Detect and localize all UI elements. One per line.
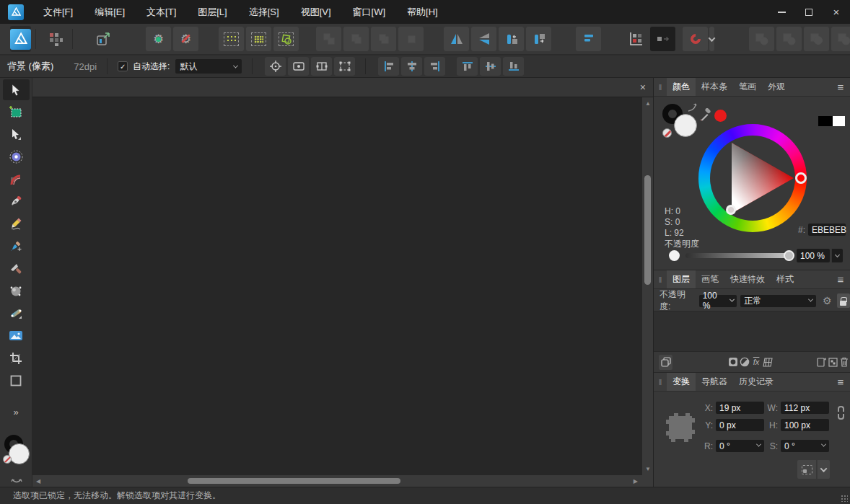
menu-window[interactable]: 窗口[W] xyxy=(342,0,397,24)
white-swatch[interactable] xyxy=(833,116,845,126)
rotate-ccw-button[interactable] xyxy=(499,27,524,51)
more-tools-button[interactable]: » xyxy=(0,407,32,417)
link-dimensions-toggle[interactable] xyxy=(838,406,844,420)
menu-layer[interactable]: 图层[L] xyxy=(187,0,237,24)
live-filter-button[interactable] xyxy=(762,355,774,369)
opacity-value-input[interactable]: 100 % xyxy=(797,249,830,262)
delete-layer-button[interactable] xyxy=(838,355,850,369)
panel-grip-icon[interactable]: ‖ xyxy=(654,373,667,391)
flip-horizontal-button[interactable] xyxy=(444,27,469,51)
panel-menu-button[interactable]: ≡ xyxy=(831,270,850,288)
vertical-scroll-thumb[interactable] xyxy=(644,175,651,285)
align-middle-button[interactable] xyxy=(480,57,501,76)
auto-select-dropdown[interactable]: 默认 xyxy=(175,59,242,74)
tab-appearance[interactable]: 外观 xyxy=(762,78,791,96)
layers-list[interactable] xyxy=(654,311,850,352)
grid-axis-button[interactable] xyxy=(623,27,648,51)
resize-grip[interactable] xyxy=(841,495,848,502)
hue-marker[interactable] xyxy=(795,172,807,184)
panel-grip-icon[interactable]: ‖ xyxy=(654,270,667,288)
panel-fill-stroke-wells[interactable] xyxy=(662,104,700,141)
w-input[interactable]: 112 px xyxy=(781,402,829,414)
no-color-well[interactable] xyxy=(662,128,672,138)
blend-options-gear-icon[interactable]: ⚙ xyxy=(823,296,832,306)
anchor-point-selector[interactable] xyxy=(665,412,696,443)
pencil-tool[interactable] xyxy=(3,213,30,234)
scroll-up-arrow[interactable]: ▲ xyxy=(645,100,651,107)
rotate-cw-button[interactable] xyxy=(526,27,551,51)
pen-tool[interactable] xyxy=(3,191,30,212)
bw-swatch-pair[interactable] xyxy=(818,116,845,126)
menu-select[interactable]: 选择[S] xyxy=(238,0,290,24)
transparency-tool[interactable] xyxy=(3,303,30,324)
point-transform-tool[interactable] xyxy=(3,146,30,167)
no-color-well[interactable] xyxy=(3,455,12,464)
scroll-right-arrow[interactable]: ▶ xyxy=(634,478,638,485)
menu-view[interactable]: 视图[V] xyxy=(290,0,342,24)
color-marker[interactable] xyxy=(726,205,736,215)
panel-menu-button[interactable]: ≡ xyxy=(831,78,850,96)
rotation-dropdown[interactable]: 0 ° xyxy=(716,440,764,452)
opacity-slider-track[interactable] xyxy=(685,253,791,258)
shear-dropdown[interactable]: 0 ° xyxy=(781,440,829,452)
snapping-off-button[interactable]: ⚙ xyxy=(173,27,198,51)
align-center-button[interactable] xyxy=(401,57,422,76)
designer-persona-button[interactable] xyxy=(10,26,31,52)
tab-layers[interactable]: 图层 xyxy=(667,270,696,288)
rectangle-tool[interactable] xyxy=(3,370,30,391)
y-input[interactable]: 0 px xyxy=(716,419,764,431)
snap-candidates-button[interactable] xyxy=(219,27,244,51)
fill-tool[interactable] xyxy=(3,280,30,301)
close-button[interactable]: × xyxy=(823,0,850,24)
h-input[interactable]: 100 px xyxy=(781,419,829,431)
auto-select-checkbox[interactable]: ✓ xyxy=(118,61,128,71)
minimize-button[interactable] xyxy=(768,0,795,24)
menu-help[interactable]: 帮助[H] xyxy=(396,0,449,24)
snapping-manager-button[interactable]: ⚙ xyxy=(146,27,171,51)
adjustment-layer-button[interactable] xyxy=(739,355,750,369)
export-persona-button[interactable] xyxy=(90,27,115,51)
tab-transform[interactable]: 变换 xyxy=(667,373,696,391)
layer-effects-button[interactable]: fx xyxy=(750,355,762,369)
cycle-selection-box-button[interactable] xyxy=(265,57,286,76)
tab-stroke[interactable]: 笔画 xyxy=(733,78,762,96)
fill-stroke-wells[interactable] xyxy=(3,435,30,477)
scope-bar-button[interactable] xyxy=(659,355,672,370)
preview-mode-button[interactable] xyxy=(288,57,309,76)
knife-tool[interactable] xyxy=(3,258,30,279)
menu-edit[interactable]: 编辑[E] xyxy=(84,0,136,24)
align-left-button[interactable] xyxy=(378,57,399,76)
lock-layer-button[interactable] xyxy=(837,293,850,308)
align-top-button[interactable] xyxy=(457,57,478,76)
move-tool[interactable] xyxy=(3,79,30,100)
scroll-down-arrow[interactable]: ▼ xyxy=(645,466,651,472)
corner-tool[interactable] xyxy=(3,169,30,190)
layer-opacity-dropdown[interactable]: 100 % xyxy=(699,295,737,307)
snapping-magnet-dropdown[interactable] xyxy=(709,27,714,51)
add-pixel-layer-button[interactable] xyxy=(827,355,838,369)
tab-navigator[interactable]: 导航器 xyxy=(696,373,733,391)
tab-history[interactable]: 历史记录 xyxy=(733,373,779,391)
fill-color-well[interactable] xyxy=(674,114,697,137)
tab-brushes[interactable]: 画笔 xyxy=(696,270,724,288)
mask-layer-button[interactable] xyxy=(727,355,739,369)
scroll-left-arrow[interactable]: ◀ xyxy=(36,478,40,485)
tab-swatches[interactable]: 样本条 xyxy=(696,78,733,96)
artboard-tool[interactable] xyxy=(3,102,30,123)
show-transform-handles-button[interactable] xyxy=(311,57,332,76)
black-swatch[interactable] xyxy=(818,116,833,126)
x-input[interactable]: 19 px xyxy=(716,402,764,414)
snap-shapes-button[interactable] xyxy=(273,27,299,51)
canvas-area[interactable]: × ▲ ▼ ◀ ▶ xyxy=(32,78,653,487)
vector-brush-tool[interactable] xyxy=(3,236,30,257)
snap-grid-button[interactable] xyxy=(246,27,271,51)
edit-selection-bounds-button[interactable] xyxy=(334,57,355,76)
panel-grip-icon[interactable]: ‖ xyxy=(654,78,667,96)
hex-input[interactable]: EBEBEB xyxy=(808,224,846,236)
horizontal-scroll-thumb[interactable] xyxy=(188,478,400,484)
tab-styles[interactable]: 样式 xyxy=(771,270,799,288)
swap-colors-icon[interactable] xyxy=(687,102,698,112)
tab-color[interactable]: 颜色 xyxy=(667,78,696,96)
transform-mode-button[interactable] xyxy=(797,460,816,479)
fill-color-well[interactable] xyxy=(9,443,30,464)
